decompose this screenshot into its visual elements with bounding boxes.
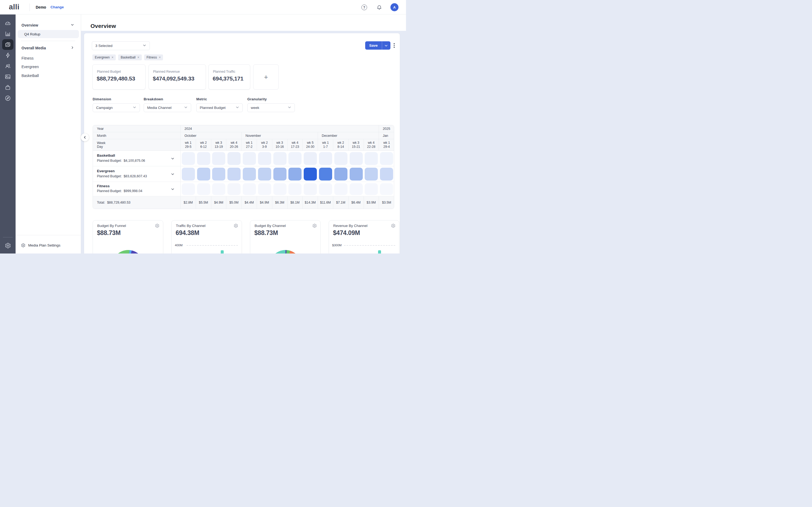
- heatmap-cell[interactable]: [182, 152, 195, 165]
- heatmap-cell-slot: [226, 166, 242, 182]
- more-options-icon[interactable]: [392, 41, 397, 50]
- heatmap-cell[interactable]: [380, 183, 393, 195]
- heatmap-cell[interactable]: [212, 183, 225, 195]
- campaign-tag[interactable]: Evergreen×: [92, 54, 116, 60]
- heatmap-cell[interactable]: [243, 183, 256, 195]
- help-icon[interactable]: ?: [361, 5, 367, 10]
- heatmap-cell[interactable]: [319, 183, 332, 195]
- save-split-button[interactable]: Save: [365, 41, 391, 50]
- creative-image-icon[interactable]: [0, 71, 15, 82]
- heatmap-cell[interactable]: [258, 168, 271, 180]
- workspace-name: Demo: [36, 5, 46, 9]
- discover-compass-icon[interactable]: [0, 93, 15, 104]
- settings-gear-icon[interactable]: [0, 240, 15, 251]
- heatmap-cell[interactable]: [334, 168, 348, 180]
- analytics-chart-icon[interactable]: [0, 29, 15, 39]
- sidebar-item-q4-rollup[interactable]: Q4 Rollup: [18, 30, 79, 38]
- heatmap-cell[interactable]: [334, 183, 348, 195]
- sidebar-item-basketball[interactable]: Basketball: [15, 72, 81, 79]
- expand-row-icon[interactable]: [171, 172, 174, 177]
- table-row: FitnessPlanned Budget: $999,998.04: [93, 182, 394, 196]
- heatmap-cell[interactable]: [197, 152, 210, 165]
- heatmap-cell[interactable]: [273, 183, 287, 195]
- heatmap-cell-slot: [364, 182, 379, 196]
- heatmap-cell[interactable]: [227, 168, 241, 180]
- gear-icon[interactable]: [312, 223, 317, 229]
- heatmap-cell[interactable]: [380, 168, 393, 180]
- heatmap-cell[interactable]: [197, 168, 210, 180]
- avatar[interactable]: A: [391, 3, 399, 11]
- week-days: 29-4: [384, 145, 390, 149]
- heatmap-cell[interactable]: [182, 168, 195, 180]
- axis-grid-label: $300M: [332, 243, 342, 247]
- gear-icon[interactable]: [391, 223, 396, 229]
- filter-select-metric[interactable]: Planned Budget: [196, 103, 243, 112]
- heatmap-cell[interactable]: [288, 152, 302, 165]
- total-week-value: $5.0M: [226, 196, 242, 209]
- heatmap-cell[interactable]: [350, 152, 363, 165]
- heatmap-cell[interactable]: [365, 183, 378, 195]
- week-header-cell: wk 11-7: [318, 139, 333, 151]
- heatmap-cell[interactable]: [243, 152, 256, 165]
- media-plan-clipboard-icon[interactable]: [0, 39, 15, 50]
- heatmap-cell[interactable]: [212, 152, 225, 165]
- dashboard-gauge-icon[interactable]: [0, 18, 15, 29]
- heatmap-cell[interactable]: [365, 152, 378, 165]
- stat-card-label: Planned Traffic: [213, 70, 235, 73]
- heatmap-cell[interactable]: [334, 152, 348, 165]
- stat-card-value: $88,729,480.53: [97, 75, 135, 82]
- gear-icon[interactable]: [155, 223, 159, 229]
- change-workspace-link[interactable]: Change: [50, 5, 64, 9]
- filter-select-granularity[interactable]: week: [247, 103, 295, 112]
- heatmap-cell[interactable]: [380, 152, 393, 165]
- heatmap-cell[interactable]: [227, 152, 241, 165]
- heatmap-cell[interactable]: [304, 152, 317, 165]
- heatmap-cell[interactable]: [350, 168, 363, 180]
- campaign-tag[interactable]: Fitness×: [144, 54, 163, 60]
- heatmap-cell[interactable]: [212, 168, 225, 180]
- expand-row-icon[interactable]: [171, 187, 174, 192]
- heatmap-cell[interactable]: [273, 152, 287, 165]
- sidebar-item-evergreen-label: Evergreen: [21, 65, 39, 69]
- filter-select-breakdown[interactable]: Media Channel: [144, 103, 191, 112]
- sidebar-item-fitness[interactable]: Fitness: [15, 54, 81, 62]
- heatmap-cell[interactable]: [288, 183, 302, 195]
- heatmap-cell[interactable]: [304, 183, 317, 195]
- campaign-multiselect[interactable]: 3 Selected: [92, 41, 150, 50]
- heatmap-cell[interactable]: [258, 183, 271, 195]
- automation-bolt-icon[interactable]: [0, 50, 15, 61]
- heatmap-cell[interactable]: [304, 168, 317, 180]
- save-options-button[interactable]: [382, 41, 391, 50]
- heatmap-cell[interactable]: [350, 183, 363, 195]
- heatmap-cell[interactable]: [227, 183, 241, 195]
- commerce-bag-icon[interactable]: [0, 82, 15, 93]
- sidebar-item-overview[interactable]: Overview: [15, 21, 81, 29]
- chart-value: $88.73M: [97, 229, 120, 237]
- heatmap-cell[interactable]: [197, 183, 210, 195]
- remove-tag-icon[interactable]: ×: [159, 56, 161, 59]
- heatmap-cell[interactable]: [258, 152, 271, 165]
- heatmap-cell[interactable]: [273, 168, 287, 180]
- sidebar-item-overall-media[interactable]: Overall Media: [15, 44, 81, 52]
- campaign-tag[interactable]: Basketball×: [118, 54, 142, 60]
- expand-row-icon[interactable]: [171, 157, 174, 162]
- add-metric-card-button[interactable]: +: [253, 64, 279, 90]
- audiences-people-icon[interactable]: [0, 61, 15, 71]
- heatmap-cell-slot: [196, 182, 211, 196]
- media-plan-settings-button[interactable]: Media Plan Settings: [15, 241, 81, 249]
- save-button[interactable]: Save: [365, 41, 382, 50]
- heatmap-cell[interactable]: [288, 168, 302, 180]
- sidebar-item-evergreen[interactable]: Evergreen: [15, 63, 81, 70]
- sidebar-collapse-button[interactable]: [81, 133, 89, 142]
- remove-tag-icon[interactable]: ×: [138, 56, 139, 59]
- heatmap-cell[interactable]: [182, 183, 195, 195]
- heatmap-cell[interactable]: [319, 152, 332, 165]
- remove-tag-icon[interactable]: ×: [111, 56, 113, 59]
- heatmap-cell[interactable]: [319, 168, 332, 180]
- campaign-multiselect-value: 3 Selected: [95, 44, 112, 48]
- heatmap-cell[interactable]: [243, 168, 256, 180]
- filter-select-dimension[interactable]: Campaign: [93, 103, 140, 112]
- gear-icon[interactable]: [234, 223, 238, 229]
- bell-icon[interactable]: [376, 4, 382, 11]
- heatmap-cell[interactable]: [365, 168, 378, 180]
